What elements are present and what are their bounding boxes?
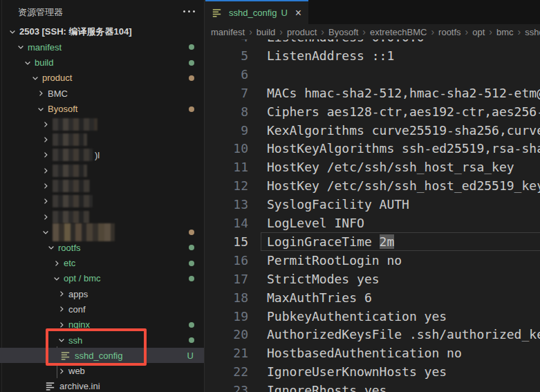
breadcrumb-item-sshd_config[interactable]: sshd_config [525, 27, 540, 37]
code-line-21[interactable]: 21HostbasedAuthentication no [205, 344, 540, 362]
chevron-down-icon[interactable] [15, 41, 26, 53]
chevron-right-icon[interactable] [40, 212, 51, 223]
code-line-9[interactable]: 9KexAlgorithms curve25519-sha256,curve25… [205, 121, 540, 140]
tree-item-redacted-7[interactable] [0, 132, 204, 147]
code-line-18[interactable]: 18MaxAuthTries 6 [205, 288, 540, 307]
chevron-right-icon[interactable] [56, 288, 67, 299]
tree-item-redacted-10[interactable] [0, 178, 204, 194]
git-status-dot [189, 337, 194, 343]
tab-sshd-config[interactable]: sshd_config U × [205, 0, 308, 24]
chevron-right-icon[interactable] [56, 366, 67, 377]
line-text-prefix: LoginGraceTime [267, 234, 380, 249]
ellipsis-icon[interactable] [183, 10, 195, 12]
code-line-4[interactable]: 4ListenAddress 0.0.0.0 [205, 39, 540, 46]
tree-item-2503-SSH-104-[interactable]: 2503 [SSH: 编译服务器104] [0, 24, 204, 39]
git-untracked-badge: U [187, 351, 194, 361]
chevron-down-icon[interactable] [40, 227, 51, 238]
tree-item-label: etc [64, 258, 75, 268]
close-icon[interactable]: × [295, 8, 301, 19]
file-tree[interactable]: 2503 [SSH: 编译服务器104]manifestbuildproduct… [0, 24, 204, 392]
line-text: IgnoreUserKnownHosts yes [267, 362, 447, 381]
code-line-5[interactable]: 5ListenAddress ::1 [205, 46, 540, 65]
tree-item-Byosoft[interactable]: Byosoft [0, 102, 204, 117]
code-line-7[interactable]: 7MACs hmac-sha2-512,hmac-sha2-512-etm@op… [205, 84, 540, 102]
tree-item-rootfs[interactable]: rootfs [0, 240, 204, 255]
line-text: PubkeyAuthentication yes [267, 307, 447, 326]
breadcrumb-item-rootfs[interactable]: rootfs [438, 27, 461, 37]
chevron-down-icon[interactable] [51, 273, 62, 284]
chevron-down-icon[interactable] [22, 57, 33, 68]
tree-item-opt-bmc[interactable]: opt / bmc [0, 271, 204, 286]
chevron-right-icon[interactable] [40, 134, 51, 145]
breadcrumb-item-build[interactable]: build [257, 27, 275, 37]
tree-item-web[interactable]: web [0, 364, 204, 379]
chevron-down-icon[interactable] [56, 335, 67, 346]
breadcrumb-item-Byosoft[interactable]: Byosoft [328, 27, 358, 37]
tree-item-archive.ini[interactable]: archive.ini [0, 379, 204, 392]
word-highlight: 2m [380, 234, 395, 249]
chevron-right-icon[interactable] [40, 196, 51, 207]
code-line-17[interactable]: 17StrictModes yes [205, 270, 540, 288]
line-number: 10 [205, 139, 248, 158]
list-file-icon [212, 8, 225, 18]
breadcrumb-item-extretechBMC[interactable]: extretechBMC [370, 27, 427, 37]
breadcrumb-item-manifest[interactable]: manifest [211, 27, 245, 37]
code-area[interactable]: 4ListenAddress 0.0.0.05ListenAddress ::1… [205, 39, 540, 392]
tree-item-manifest[interactable]: manifest [0, 39, 204, 55]
tree-item-conf[interactable]: conf [0, 301, 204, 317]
tree-item-product[interactable]: product [0, 71, 204, 86]
tree-item-label: manifest [28, 42, 62, 53]
redacted-label [53, 149, 93, 161]
chevron-right-icon[interactable] [56, 304, 67, 315]
tree-item-BMC[interactable]: BMC [0, 86, 204, 101]
tree-item-label: 2503 [SSH: 编译服务器104] [19, 26, 132, 38]
code-line-13[interactable]: 13SyslogFacility AUTH [205, 195, 540, 214]
code-line-10[interactable]: 10HostKeyAlgorithms ssh-ed25519,rsa-sha2… [205, 139, 540, 158]
tree-item-sshd_config[interactable]: sshd_configU [0, 348, 204, 363]
tree-item-redacted-13[interactable] [0, 225, 204, 240]
tab-bar: sshd_config U × [205, 0, 540, 24]
code-line-22[interactable]: 22IgnoreUserKnownHosts yes [205, 362, 540, 381]
code-line-12[interactable]: 12HostKey /etc/ssh/ssh_host_ed25519_key [205, 176, 540, 195]
chevron-right-icon[interactable] [40, 165, 51, 176]
chevron-right-icon[interactable] [40, 180, 51, 192]
redacted-label [53, 195, 93, 207]
breadcrumb-item-product[interactable]: product [287, 27, 317, 37]
code-line-19[interactable]: 19PubkeyAuthentication yes [205, 307, 540, 326]
chevron-right-icon[interactable] [40, 149, 51, 160]
code-line-8[interactable]: 8Ciphers aes128-ctr,aes192-ctr,aes256-ct… [205, 102, 540, 121]
chevron-right-icon[interactable] [40, 119, 51, 130]
line-text: MaxAuthTries 6 [267, 288, 372, 307]
line-text: StrictModes yes [267, 270, 380, 288]
code-line-6[interactable]: 6 [205, 65, 540, 84]
line-number: 15 [205, 232, 248, 251]
tree-item-build[interactable]: build [0, 55, 204, 71]
tree-item-apps[interactable]: apps [0, 286, 204, 301]
chevron-right-icon[interactable] [56, 319, 67, 330]
tree-item-redacted-11[interactable] [0, 194, 204, 209]
line-number: 20 [205, 325, 248, 344]
chevron-down-icon[interactable] [7, 26, 18, 37]
code-line-15[interactable]: 15LoginGraceTime 2m [205, 232, 540, 251]
chevron-down-icon[interactable] [35, 104, 46, 115]
tree-item-redacted-8[interactable]: )l [0, 147, 204, 162]
tree-item-nginx[interactable]: nginx [0, 317, 204, 333]
chevron-right-icon[interactable] [35, 88, 46, 99]
tree-item-etc[interactable]: etc [0, 256, 204, 271]
chevron-down-icon[interactable] [30, 73, 41, 84]
tree-item-redacted-12[interactable] [0, 209, 204, 225]
chevron-right-icon[interactable] [51, 258, 62, 269]
code-line-14[interactable]: 14LogLevel INFO [205, 214, 540, 232]
breadcrumb-item-bmc[interactable]: bmc [496, 27, 514, 37]
tree-item-ssh[interactable]: ssh [0, 333, 204, 348]
breadcrumb-item-opt[interactable]: opt [472, 27, 485, 37]
git-status-dot [189, 276, 194, 281]
tree-item-redacted-6[interactable] [0, 117, 204, 132]
tree-item-redacted-9[interactable] [0, 163, 204, 178]
code-line-11[interactable]: 11HostKey /etc/ssh/ssh_host_rsa_key [205, 158, 540, 176]
code-line-23[interactable]: 23IgnoreRhosts yes [205, 381, 540, 392]
code-line-16[interactable]: 16PermitRootLogin no [205, 251, 540, 270]
chevron-down-icon[interactable] [46, 242, 57, 253]
code-line-20[interactable]: 20AuthorizedKeysFile .ssh/authorized_key… [205, 325, 540, 344]
tree-item-label: apps [68, 289, 88, 299]
